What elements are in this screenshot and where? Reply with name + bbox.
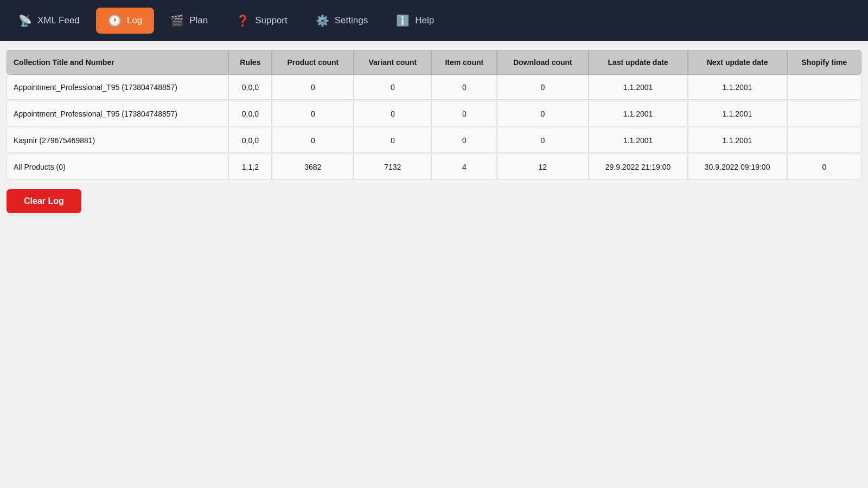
col-header-variant-count: Variant count [354,50,431,75]
product-count-cell: 0 [272,75,354,100]
col-header-download-count: Download count [497,50,588,75]
col-header-product-count: Product count [272,50,354,75]
shopify-time-cell [787,126,861,153]
col-header-last-update-date: Last update date [589,50,688,75]
variant-count-cell: 0 [354,126,431,153]
rules-cell: 1,1,2 [228,153,272,179]
log-icon: 🕐 [108,14,122,27]
nav-item-plan[interactable]: 🎬Plan [158,8,220,34]
download-count-cell: 0 [497,75,588,100]
col-header-item-count: Item count [431,50,497,75]
table-row: Appointment_Professional_T95 (1738047488… [7,100,861,126]
item-count-cell: 0 [431,100,497,126]
last-update-cell: 1.1.2001 [589,126,688,153]
next-update-cell: 1.1.2001 [688,100,787,126]
nav-item-label-support: Support [255,15,288,26]
clear-log-button[interactable]: Clear Log [7,189,81,213]
product-count-cell: 0 [272,126,354,153]
variant-count-cell: 0 [354,75,431,100]
table-body: Appointment_Professional_T95 (1738047488… [7,75,861,179]
shopify-time-cell [787,75,861,100]
nav-item-label-settings: Settings [335,15,368,26]
nav-item-settings[interactable]: ⚙️Settings [304,8,380,34]
download-count-cell: 0 [497,100,588,126]
support-icon: ❓ [236,14,250,27]
settings-icon: ⚙️ [316,14,329,27]
shopify-time-cell [787,100,861,126]
table-row: All Products (0)1,1,23682713241229.9.202… [7,153,861,179]
navbar: 📡XML Feed🕐Log🎬Plan❓Support⚙️Settingsℹ️He… [0,0,868,41]
plan-icon: 🎬 [170,14,184,27]
product-count-cell: 3682 [272,153,354,179]
table-wrapper: Collection Title and NumberRulesProduct … [7,50,861,179]
col-header-next-update-date: Next update date [688,50,787,75]
table-row: Appointment_Professional_T95 (1738047488… [7,75,861,100]
rules-cell: 0,0,0 [228,100,272,126]
nav-item-label-plan: Plan [189,15,208,26]
item-count-cell: 0 [431,126,497,153]
collection-title-cell: All Products (0) [7,153,228,179]
nav-item-log[interactable]: 🕐Log [96,8,154,34]
product-count-cell: 0 [272,100,354,126]
variant-count-cell: 7132 [354,153,431,179]
nav-item-support[interactable]: ❓Support [224,8,299,34]
last-update-cell: 29.9.2022 21:19:00 [589,153,688,179]
rules-cell: 0,0,0 [228,126,272,153]
download-count-cell: 12 [497,153,588,179]
rules-cell: 0,0,0 [228,75,272,100]
xml-feed-icon: 📡 [18,14,32,27]
item-count-cell: 0 [431,75,497,100]
col-header-rules: Rules [228,50,272,75]
next-update-cell: 30.9.2022 09:19:00 [688,153,787,179]
next-update-cell: 1.1.2001 [688,126,787,153]
next-update-cell: 1.1.2001 [688,75,787,100]
nav-item-label-xml-feed: XML Feed [37,15,80,26]
item-count-cell: 4 [431,153,497,179]
table-header: Collection Title and NumberRulesProduct … [7,50,861,75]
log-table: Collection Title and NumberRulesProduct … [7,50,861,179]
variant-count-cell: 0 [354,100,431,126]
last-update-cell: 1.1.2001 [589,75,688,100]
last-update-cell: 1.1.2001 [589,100,688,126]
col-header-collection-title-and-number: Collection Title and Number [7,50,228,75]
download-count-cell: 0 [497,126,588,153]
help-icon: ℹ️ [396,14,410,27]
nav-item-label-help: Help [415,15,434,26]
nav-item-help[interactable]: ℹ️Help [384,8,446,34]
main-content: Collection Title and NumberRulesProduct … [0,41,868,222]
collection-title-cell: Appointment_Professional_T95 (1738047488… [7,75,228,100]
table-row: Kaşmir (279675469881)0,0,000001.1.20011.… [7,126,861,153]
collection-title-cell: Kaşmir (279675469881) [7,126,228,153]
nav-item-xml-feed[interactable]: 📡XML Feed [7,8,92,34]
shopify-time-cell: 0 [787,153,861,179]
col-header-shopify-time: Shopify time [787,50,861,75]
collection-title-cell: Appointment_Professional_T95 (1738047488… [7,100,228,126]
nav-item-label-log: Log [127,15,142,26]
